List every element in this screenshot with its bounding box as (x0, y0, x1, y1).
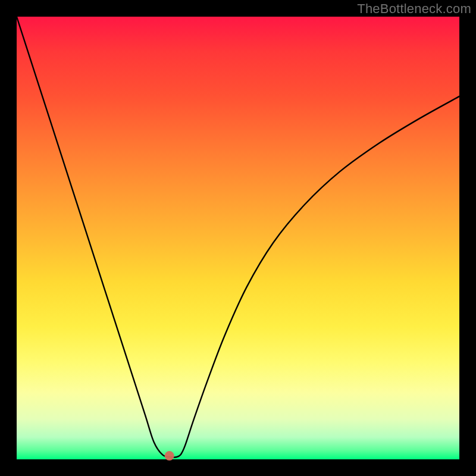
bottleneck-curve (17, 17, 459, 458)
curve-svg (17, 17, 459, 459)
optimum-marker (165, 451, 174, 461)
watermark-text: TheBottleneck.com (357, 1, 471, 17)
chart-frame: TheBottleneck.com (0, 0, 476, 476)
plot-area (17, 17, 459, 459)
